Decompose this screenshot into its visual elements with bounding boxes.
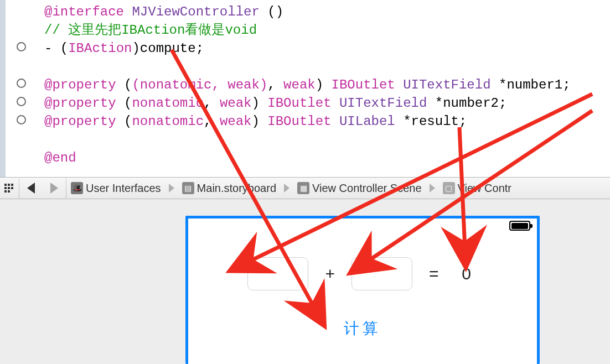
source-code[interactable]: @interface MJViewController () // 这里先把IB… — [44, 3, 571, 167]
compute-button-label: 计算 — [344, 320, 381, 337]
tux-icon: 🎩 — [71, 182, 83, 194]
type-token: UITextField — [339, 96, 427, 111]
chevron-icon — [169, 184, 174, 193]
breadcrumb-item[interactable]: ▤ Main.storyboard — [178, 178, 281, 199]
iboutlet-token: IBOutlet — [267, 96, 331, 111]
battery-icon — [509, 221, 530, 231]
equals-label: = — [429, 264, 439, 283]
connection-indicator[interactable] — [17, 79, 26, 88]
left-gutter — [0, 0, 6, 177]
nav-forward-button[interactable] — [43, 178, 66, 199]
attr: (nonatomic, weak) — [132, 77, 267, 92]
breadcrumb-label: User Interfaces — [86, 182, 161, 195]
code-line: @property ((nonatomic, weak), weak) IBOu… — [44, 76, 571, 94]
breadcrumb-item[interactable]: 🎩 User Interfaces — [66, 178, 166, 199]
text: - ( — [44, 41, 68, 56]
var-name: *number1; — [499, 77, 571, 92]
code-line: @property (nonatomic, weak) IBOutlet UIT… — [44, 94, 571, 112]
number2-textfield[interactable] — [351, 257, 412, 290]
breadcrumb-label: View Contr — [458, 182, 511, 195]
var-name: *result; — [403, 114, 467, 129]
result-label: 0 — [456, 264, 478, 283]
connection-indicator[interactable] — [17, 97, 26, 106]
comment: // 这里先把IBAction看做是void — [44, 23, 257, 38]
ib-canvas[interactable]: + = 0 计算 — [0, 199, 610, 364]
plus-label: + — [325, 264, 335, 283]
chevron-icon — [430, 184, 435, 193]
connection-indicator[interactable] — [17, 115, 26, 124]
breakpoint-gutter[interactable] — [6, 0, 36, 177]
type-token: UILabel — [339, 114, 395, 129]
code-line: @interface MJViewController () — [44, 3, 571, 21]
ibaction-token: IBAction — [68, 41, 132, 56]
text: )compute; — [132, 41, 204, 56]
code-line: @end — [44, 149, 571, 167]
keyword: @property — [44, 114, 116, 129]
storyboard-icon: ▤ — [182, 182, 194, 194]
code-line: @property (nonatomic, weak) IBOutlet UIL… — [44, 112, 571, 131]
class-name-token: MJViewController — [124, 4, 260, 19]
code-editor[interactable]: @interface MJViewController () // 这里先把IB… — [6, 0, 610, 177]
blank-line — [44, 131, 571, 149]
scene-icon: ▦ — [297, 182, 309, 194]
keyword: @property — [44, 77, 116, 92]
type-token: UITextField — [403, 77, 490, 92]
connection-indicator[interactable] — [17, 42, 26, 51]
breadcrumb-label: Main.storyboard — [197, 182, 276, 195]
blank-line — [44, 58, 571, 76]
vc-icon: ▢ — [443, 182, 455, 194]
chevron-icon — [284, 184, 290, 193]
code-line-comment: // 这里先把IBAction看做是void — [44, 21, 571, 39]
var-name: *number2; — [435, 96, 507, 111]
calculator-row: + = 0 — [188, 257, 537, 290]
view-controller-canvas[interactable]: + = 0 计算 — [185, 216, 540, 364]
number1-textfield[interactable] — [247, 257, 308, 290]
compute-button[interactable]: 计算 — [188, 318, 537, 339]
iboutlet-token: IBOutlet — [267, 114, 331, 129]
keyword: @end — [44, 150, 76, 165]
text: () — [260, 4, 283, 19]
related-items-icon[interactable] — [0, 178, 19, 199]
breadcrumb-label: View Controller Scene — [312, 182, 422, 195]
nav-back-button[interactable] — [19, 178, 43, 199]
breadcrumb-item[interactable]: ▢ View Contr — [438, 178, 516, 199]
code-line: - (IBAction)compute; — [44, 39, 571, 58]
breadcrumb-item[interactable]: ▦ View Controller Scene — [293, 178, 426, 199]
jump-bar[interactable]: 🎩 User Interfaces ▤ Main.storyboard ▦ Vi… — [0, 177, 610, 199]
keyword: @property — [44, 96, 116, 111]
iboutlet-token: IBOutlet — [332, 77, 395, 92]
keyword: @interface — [44, 4, 124, 19]
